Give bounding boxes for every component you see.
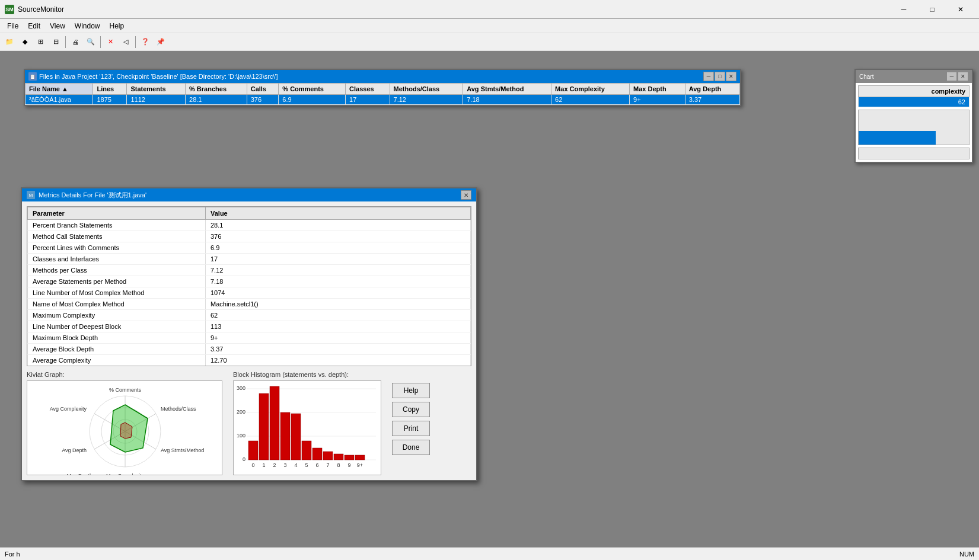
metrics-dialog-title-bar: M Metrics Details For File '测试用1.java' ✕ (22, 188, 476, 201)
svg-rect-30 (323, 452, 333, 460)
metrics-value: 62 (206, 310, 471, 321)
svg-text:Max Depth: Max Depth (66, 473, 93, 475)
col-avg-stmts[interactable]: Avg Stmts/Method (463, 84, 551, 95)
svg-text:1: 1 (262, 462, 265, 468)
cell-avg-stmts: 7.18 (463, 95, 551, 105)
help-button[interactable]: Help (392, 383, 430, 398)
metrics-row: Average Statements per Method7.18 (28, 276, 471, 287)
kiviat-container: % Comments Methods/Class Avg Stmts/Metho… (27, 380, 222, 475)
metrics-param: Average Block Depth (28, 344, 206, 355)
col-pct-comments[interactable]: % Comments (279, 84, 346, 95)
col-max-complexity[interactable]: Max Complexity (551, 84, 630, 95)
menu-view[interactable]: View (45, 21, 70, 31)
print-button[interactable]: Print (392, 421, 430, 436)
menu-file[interactable]: File (2, 21, 23, 31)
histogram-label: Block Histogram (statements vs. depth): (233, 371, 387, 378)
menu-edit[interactable]: Edit (23, 21, 45, 31)
toolbar-new[interactable]: 📁 (2, 36, 17, 49)
toolbar-back[interactable]: ◁ (119, 36, 133, 49)
files-window-title-bar: 📋 Files in Java Project '123', Checkpoin… (25, 70, 740, 83)
files-minimize-btn[interactable]: ─ (703, 72, 714, 81)
metrics-row: Maximum Block Depth9+ (28, 332, 471, 344)
metrics-param: Line Number of Most Complex Method (28, 287, 206, 299)
svg-text:2: 2 (273, 462, 276, 468)
col-classes[interactable]: Classes (346, 84, 390, 95)
toolbar-save[interactable]: ⊞ (33, 36, 47, 49)
col-pct-branches[interactable]: % Branches (186, 84, 247, 95)
metrics-param: Method Call Statements (28, 231, 206, 242)
minimize-button[interactable]: ─ (890, 1, 917, 18)
metrics-param: Line Number of Deepest Block (28, 321, 206, 332)
metrics-row: Average Block Depth3.37 (28, 344, 471, 355)
toolbar-pin[interactable]: 📌 (154, 36, 168, 49)
cell-calls: 376 (247, 95, 279, 105)
app-title: SourceMonitor (18, 5, 64, 14)
menu-help[interactable]: Help (105, 21, 129, 31)
histogram-section: Block Histogram (statements vs. depth): … (233, 371, 387, 475)
toolbar-open[interactable]: ◆ (18, 36, 32, 49)
col-filename[interactable]: File Name ▲ (25, 84, 93, 95)
metrics-value: Machine.setcl1() (206, 299, 471, 310)
toolbar-help[interactable]: ❓ (138, 36, 152, 49)
metrics-row: Percent Branch Statements28.1 (28, 220, 471, 231)
svg-rect-32 (345, 455, 354, 460)
right-minimize-btn[interactable]: ─ (946, 72, 957, 81)
svg-rect-25 (270, 386, 279, 460)
col-lines[interactable]: Lines (93, 84, 127, 95)
toolbar-print[interactable]: 🖨 (68, 36, 82, 49)
col-calls[interactable]: Calls (247, 84, 279, 95)
svg-text:200: 200 (237, 409, 245, 415)
metrics-param: Name of Most Complex Method (28, 299, 206, 310)
cell-lines: 1875 (93, 95, 127, 105)
right-close-btn[interactable]: ✕ (958, 72, 968, 81)
files-maximize-btn[interactable]: □ (715, 72, 725, 81)
menu-window[interactable]: Window (70, 21, 105, 31)
copy-button[interactable]: Copy (392, 402, 430, 417)
col-statements[interactable]: Statements (127, 84, 186, 95)
right-panel-title-bar: Chart ─ ✕ (856, 70, 972, 83)
svg-text:9: 9 (347, 462, 350, 468)
svg-text:Max Complexity: Max Complexity (106, 473, 145, 475)
title-bar-buttons: ─ □ ✕ (890, 1, 974, 18)
cell-max-complexity: 62 (551, 95, 630, 105)
metrics-param: Methods per Class (28, 265, 206, 276)
files-table-area: File Name ▲ Lines Statements % Branches … (25, 83, 740, 105)
done-button[interactable]: Done (392, 440, 430, 455)
toolbar-delete[interactable]: ✕ (103, 36, 117, 49)
files-close-btn[interactable]: ✕ (726, 72, 736, 81)
metrics-param: Maximum Complexity (28, 310, 206, 321)
metrics-dialog: M Metrics Details For File '测试用1.java' ✕… (21, 187, 477, 481)
files-table-wrapper[interactable]: File Name ▲ Lines Statements % Branches … (25, 83, 740, 105)
files-window: 📋 Files in Java Project '123', Checkpoin… (24, 69, 741, 106)
files-window-buttons: ─ □ ✕ (703, 72, 736, 81)
toolbar-save2[interactable]: ⊟ (49, 36, 63, 49)
status-left: For h (5, 551, 20, 558)
cell-classes: 17 (346, 95, 390, 105)
status-bar: For h NUM (0, 547, 979, 560)
cell-avg-depth: 3.37 (685, 95, 739, 105)
col-methods-class[interactable]: Methods/Class (390, 84, 463, 95)
svg-text:6: 6 (315, 462, 318, 468)
metrics-param: Percent Branch Statements (28, 220, 206, 231)
metrics-dialog-icon: M (27, 191, 35, 199)
maximize-button[interactable]: □ (919, 1, 946, 18)
metrics-value: 17 (206, 254, 471, 265)
metrics-dialog-close-btn[interactable]: ✕ (461, 190, 471, 200)
status-right: NUM (959, 551, 974, 558)
title-bar: SM SourceMonitor ─ □ ✕ (0, 0, 979, 19)
files-window-title: Files in Java Project '123', Checkpoint … (39, 73, 278, 80)
metrics-param: Percent Lines with Comments (28, 242, 206, 254)
right-chart-scrollbar[interactable] (858, 148, 970, 159)
close-button[interactable]: ✕ (947, 1, 974, 18)
metrics-table-container: Parameter Value Percent Branch Statement… (27, 206, 471, 366)
right-cell-value: 62 (859, 97, 970, 107)
col-avg-depth[interactable]: Avg Depth (685, 84, 739, 95)
toolbar-print2[interactable]: 🔍 (84, 36, 98, 49)
files-window-icon: 📋 (28, 72, 37, 81)
cell-max-depth: 9+ (630, 95, 685, 105)
col-max-depth[interactable]: Max Depth (630, 84, 685, 95)
svg-text:Avg Complexity: Avg Complexity (50, 406, 87, 412)
metrics-value: 7.18 (206, 276, 471, 287)
histogram-svg: 300 200 100 0 (234, 381, 381, 475)
table-row[interactable]: ²âÈÒÒÁ1.java 1875 1112 28.1 376 6.9 17 7… (25, 95, 740, 105)
